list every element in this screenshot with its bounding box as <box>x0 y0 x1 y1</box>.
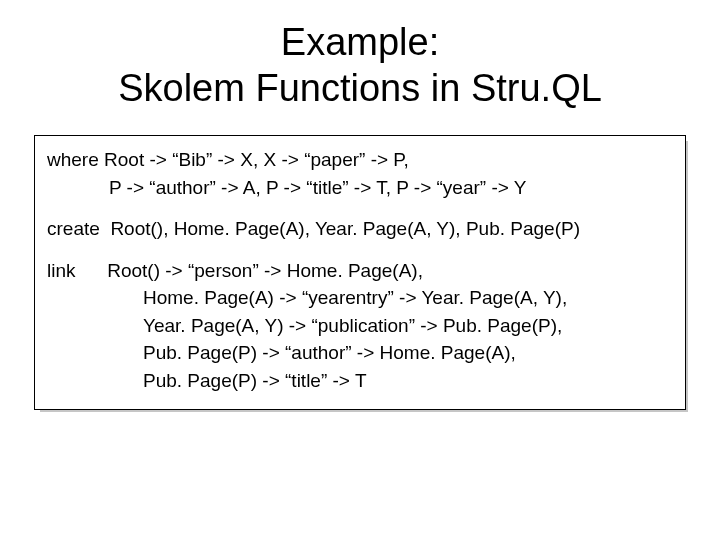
link-line-1: link Root() -> “person” -> Home. Page(A)… <box>47 257 673 285</box>
link-line-4: Pub. Page(P) -> “author” -> Home. Page(A… <box>47 339 673 367</box>
link-clause: link Root() -> “person” -> Home. Page(A)… <box>47 257 673 395</box>
link-line-3: Year. Page(A, Y) -> “publication” -> Pub… <box>47 312 673 340</box>
create-text-1: Root(), Home. Page(A), Year. Page(A, Y),… <box>110 218 580 239</box>
link-text-1: Root() -> “person” -> Home. Page(A), <box>107 260 423 281</box>
title-line-2: Skolem Functions in Stru.QL <box>118 67 602 109</box>
link-line-2: Home. Page(A) -> “yearentry” -> Year. Pa… <box>47 284 673 312</box>
link-text-4: Pub. Page(P) -> “author” -> Home. Page(A… <box>143 342 516 363</box>
slide-title: Example: Skolem Functions in Stru.QL <box>30 20 690 111</box>
create-clause: create Root(), Home. Page(A), Year. Page… <box>47 215 673 243</box>
where-line-1: where Root -> “Bib” -> X, X -> “paper” -… <box>47 146 673 174</box>
link-text-3: Year. Page(A, Y) -> “publication” -> Pub… <box>143 315 562 336</box>
where-clause: where Root -> “Bib” -> X, X -> “paper” -… <box>47 146 673 201</box>
title-line-1: Example: <box>281 21 439 63</box>
link-text-5: Pub. Page(P) -> “title” -> T <box>143 370 367 391</box>
where-text-1: Root -> “Bib” -> X, X -> “paper” -> P, <box>104 149 409 170</box>
code-box: where Root -> “Bib” -> X, X -> “paper” -… <box>34 135 686 409</box>
create-keyword: create <box>47 215 100 243</box>
where-line-2: P -> “author” -> A, P -> “title” -> T, P… <box>47 174 673 202</box>
link-keyword: link <box>47 257 76 285</box>
where-keyword: where <box>47 146 99 174</box>
create-line-1: create Root(), Home. Page(A), Year. Page… <box>47 215 673 243</box>
where-text-2: P -> “author” -> A, P -> “title” -> T, P… <box>109 177 526 198</box>
link-text-2: Home. Page(A) -> “yearentry” -> Year. Pa… <box>143 287 567 308</box>
link-line-5: Pub. Page(P) -> “title” -> T <box>47 367 673 395</box>
code-box-wrapper: where Root -> “Bib” -> X, X -> “paper” -… <box>34 135 686 409</box>
